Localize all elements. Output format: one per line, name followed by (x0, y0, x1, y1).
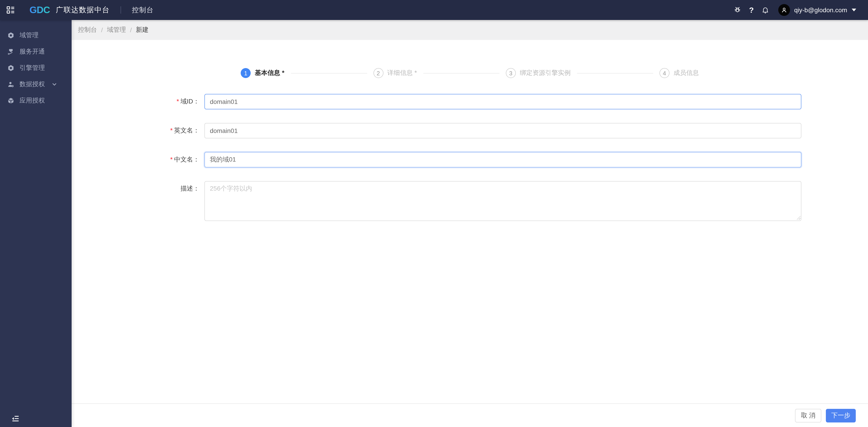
form-row-chinese-name: *中文名： (72, 152, 868, 167)
avatar (778, 4, 790, 16)
sidebar-item-app-authorization[interactable]: 应用授权 (0, 92, 72, 109)
cancel-button[interactable]: 取 消 (795, 409, 821, 422)
form-row-english-name: *英文名： (72, 123, 868, 138)
domain-id-label: *域ID： (72, 97, 199, 106)
app-root: GDC 广联达数据中台 控制台 ? (0, 0, 868, 427)
sidebar-menu: 域管理 服务开通 引擎管理 (0, 20, 72, 109)
step-label: 绑定资源引擎实例 (520, 69, 571, 77)
breadcrumb-separator: / (130, 26, 132, 34)
step-detail-info: 2 详细信息 * (373, 68, 417, 78)
english-name-label: *英文名： (72, 126, 199, 135)
sidebar-item-domain-management[interactable]: 域管理 (0, 27, 72, 44)
sidebar: 域管理 服务开通 引擎管理 (0, 20, 72, 427)
chinese-name-input[interactable] (205, 152, 801, 167)
step-bind-engine-instance: 3 绑定资源引擎实例 (506, 68, 571, 78)
user-email: qiy-b@glodon.com (794, 6, 847, 13)
cube-icon (7, 97, 14, 104)
required-marker: * (177, 97, 179, 105)
hexagon-nut-icon (7, 64, 14, 72)
breadcrumb-domain-management[interactable]: 域管理 (107, 26, 126, 34)
breadcrumb: 控制台 / 域管理 / 新建 (72, 20, 868, 40)
chinese-name-label: *中文名： (72, 155, 199, 164)
main-area: 域管理 服务开通 引擎管理 (0, 20, 868, 427)
breadcrumb-current-new: 新建 (136, 26, 149, 34)
step-connector (577, 73, 653, 73)
step-number: 3 (506, 68, 516, 78)
sidebar-item-label: 服务开通 (20, 48, 45, 56)
step-label: 成员信息 (674, 69, 699, 77)
breadcrumb-separator: / (101, 26, 103, 34)
notifications-bell-icon[interactable] (762, 6, 769, 14)
wizard-footer: 取 消 下一步 (72, 403, 868, 427)
step-label: 基本信息 * (255, 69, 284, 77)
step-basic-info: 1 基本信息 * (241, 68, 284, 78)
stepper: 1 基本信息 * 2 详细信息 * 3 绑定资源引擎实例 (72, 68, 868, 78)
app-grid-icon[interactable] (6, 6, 15, 14)
sidebar-item-data-authorization[interactable]: 数据授权 (0, 76, 72, 92)
hexagon-nut-icon (7, 32, 14, 39)
basic-info-form: *域ID： *英文名： *中文名： (72, 94, 868, 221)
sidebar-item-label: 数据授权 (20, 80, 45, 88)
step-label: 详细信息 * (387, 69, 417, 77)
sidebar-item-engine-management[interactable]: 引擎管理 (0, 60, 72, 76)
gdc-logo[interactable]: GDC (29, 4, 50, 16)
wizard-page: 1 基本信息 * 2 详细信息 * 3 绑定资源引擎实例 (72, 40, 868, 403)
breadcrumb-console[interactable]: 控制台 (78, 26, 97, 34)
step-number: 2 (373, 68, 383, 78)
help-icon[interactable]: ? (749, 6, 754, 14)
description-label: 描述： (72, 181, 199, 193)
step-connector (423, 73, 499, 73)
sidebar-collapse-icon[interactable] (12, 415, 19, 422)
sidebar-item-label: 应用授权 (20, 97, 45, 105)
english-name-input[interactable] (205, 123, 801, 138)
content-area: 控制台 / 域管理 / 新建 1 基本信息 * 2 详细信息 * (72, 20, 868, 427)
step-number: 1 (241, 68, 251, 78)
domain-id-input[interactable] (205, 94, 801, 109)
console-nav-link[interactable]: 控制台 (132, 6, 154, 14)
form-row-domain-id: *域ID： (72, 94, 868, 109)
step-connector (291, 73, 367, 73)
product-title: 广联达数据中台 (56, 5, 110, 15)
sidebar-item-label: 域管理 (20, 31, 38, 39)
required-marker: * (170, 155, 173, 163)
form-row-description: 描述： (72, 181, 868, 221)
top-header: GDC 广联达数据中台 控制台 ? (0, 0, 868, 20)
user-menu[interactable]: qiy-b@glodon.com (778, 4, 856, 16)
sidebar-item-label: 引擎管理 (20, 64, 45, 72)
required-marker: * (170, 126, 173, 134)
description-textarea[interactable] (205, 181, 801, 221)
header-divider (121, 6, 121, 13)
bug-report-icon[interactable] (733, 6, 741, 14)
user-gear-icon (7, 81, 14, 88)
hand-heart-icon (7, 48, 14, 55)
sidebar-item-service-activation[interactable]: 服务开通 (0, 44, 72, 60)
step-number: 4 (659, 68, 670, 78)
chevron-down-icon (52, 82, 57, 87)
chevron-down-icon (852, 9, 856, 11)
next-step-button[interactable]: 下一步 (826, 409, 856, 422)
step-member-info: 4 成员信息 (659, 68, 699, 78)
